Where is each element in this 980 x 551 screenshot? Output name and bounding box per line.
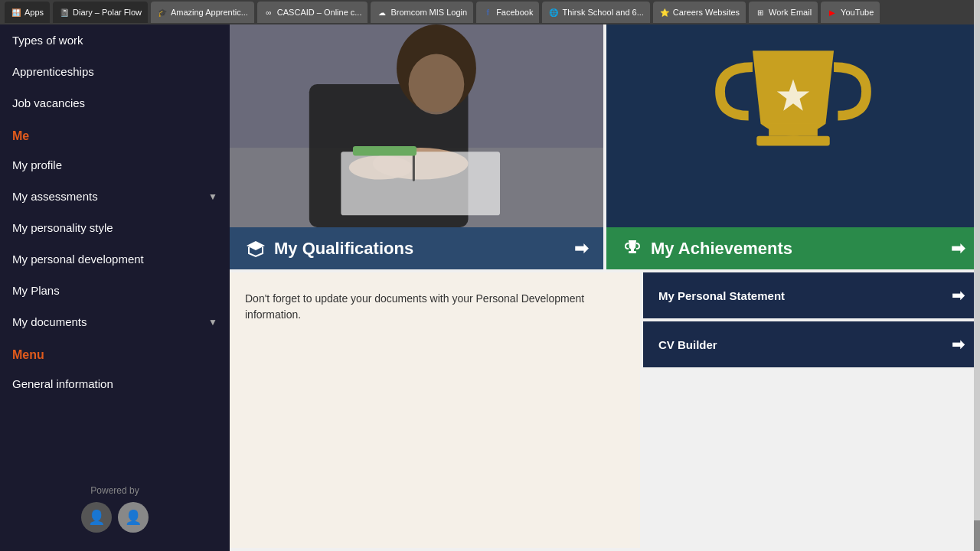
main-layout: Types of work Apprenticeships Job vacanc… — [0, 24, 980, 551]
chevron-down-icon-docs: ▼ — [208, 317, 217, 328]
thirsk-icon: 🌐 — [548, 7, 559, 18]
sidebar-item-general-information[interactable]: General information — [0, 368, 230, 399]
tab-thirsk[interactable]: 🌐 Thirsk School and 6... — [542, 2, 649, 23]
sidebar-item-types-of-work[interactable]: Types of work — [0, 24, 230, 56]
achievements-card: My Achievements ➡ — [606, 24, 980, 269]
sidebar-item-my-profile[interactable]: My profile — [0, 149, 230, 181]
tab-facebook[interactable]: f Facebook — [476, 2, 539, 23]
avatar-secondary: 👤 — [118, 502, 149, 533]
sidebar-bottom: Powered by 👤 👤 — [0, 467, 230, 551]
tab-apprentic[interactable]: 🎓 Amazing Apprentic... — [151, 2, 254, 23]
trophy-svg — [606, 24, 980, 227]
svg-point-9 — [409, 54, 465, 115]
qualifications-image — [230, 24, 603, 227]
scroll-track[interactable] — [974, 0, 980, 551]
sidebar-item-my-personal-development[interactable]: My personal development — [0, 243, 230, 275]
svg-rect-16 — [629, 251, 636, 253]
trophy-icon — [622, 238, 643, 259]
qualifications-arrow-icon: ➡ — [574, 239, 588, 259]
sidebar-item-my-assessments[interactable]: My assessments ▼ — [0, 181, 230, 212]
sidebar-item-my-personality-style[interactable]: My personality style — [0, 212, 230, 243]
svg-rect-13 — [756, 136, 829, 146]
bromcom-icon: ☁ — [377, 7, 387, 18]
cv-builder-button[interactable]: CV Builder ➡ — [643, 321, 980, 367]
avatar: 👤 — [81, 502, 112, 533]
diary-icon: 📓 — [59, 7, 70, 18]
svg-rect-5 — [341, 152, 500, 215]
personal-statement-arrow-icon: ➡ — [952, 286, 965, 305]
powered-by-label: Powered by — [12, 485, 217, 496]
tab-youtube[interactable]: ▶ YouTube — [821, 2, 880, 23]
tab-diary[interactable]: 📓 Diary – Polar Flow — [53, 2, 148, 23]
qualifications-btn-icon: My Qualifications — [245, 238, 413, 259]
facebook-icon: f — [482, 7, 493, 18]
apprentic-icon: 🎓 — [157, 7, 168, 18]
personal-statement-button[interactable]: My Personal Statement ➡ — [643, 272, 980, 318]
achievements-button[interactable]: My Achievements ➡ — [606, 227, 980, 269]
tab-careers[interactable]: ⭐ Careers Websites — [653, 2, 746, 23]
sidebar-item-apprenticeships[interactable]: Apprenticeships — [0, 56, 230, 87]
scroll-thumb[interactable] — [974, 520, 980, 551]
careers-icon: ⭐ — [659, 7, 670, 18]
reminder-text-area: Don't forget to update your documents wi… — [230, 272, 640, 548]
svg-rect-7 — [353, 146, 416, 155]
action-buttons-area: My Personal Statement ➡ CV Builder ➡ — [643, 272, 980, 548]
cascaid-icon: ∞ — [263, 7, 274, 18]
qualifications-button[interactable]: My Qualifications ➡ — [230, 227, 603, 269]
chevron-down-icon: ▼ — [208, 191, 217, 202]
bottom-section: Don't forget to update your documents wi… — [230, 269, 980, 551]
sidebar-item-job-vacancies[interactable]: Job vacancies — [0, 87, 230, 119]
youtube-icon: ▶ — [827, 7, 838, 18]
svg-rect-15 — [631, 248, 634, 251]
tab-workemail[interactable]: ⊞ Work Email — [749, 2, 818, 23]
tab-cascaid[interactable]: ∞ CASCAID – Online c... — [257, 2, 368, 23]
svg-rect-12 — [769, 124, 818, 136]
sidebar-item-my-documents[interactable]: My documents ▼ — [0, 306, 230, 337]
qualifications-card: My Qualifications ➡ — [230, 24, 603, 269]
page-content: My Qualifications ➡ — [230, 24, 980, 551]
cv-builder-arrow-icon: ➡ — [952, 335, 965, 354]
avatar-area: 👤 👤 — [12, 496, 217, 539]
achievements-btn-icon: My Achievements — [622, 238, 792, 259]
achievements-image — [606, 24, 980, 227]
apps-icon: 🪟 — [11, 7, 21, 18]
browser-tab-bar: 🪟 Apps 📓 Diary – Polar Flow 🎓 Amazing Ap… — [0, 0, 980, 24]
tab-apps[interactable]: 🪟 Apps — [5, 2, 50, 23]
workemail-icon: ⊞ — [755, 7, 766, 18]
sidebar-section-me: Me — [0, 119, 230, 149]
graduation-icon — [245, 238, 266, 259]
achievements-arrow-icon: ➡ — [951, 239, 965, 259]
sidebar: Types of work Apprenticeships Job vacanc… — [0, 24, 230, 551]
reminder-text: Don't forget to update your documents wi… — [245, 291, 625, 323]
tab-bromcom[interactable]: ☁ Bromcom MIS Login — [371, 2, 473, 23]
sidebar-item-my-plans[interactable]: My Plans — [0, 275, 230, 306]
sidebar-section-menu: Menu — [0, 337, 230, 368]
image-row: My Qualifications ➡ — [230, 24, 980, 269]
student-writing-svg — [230, 24, 603, 227]
